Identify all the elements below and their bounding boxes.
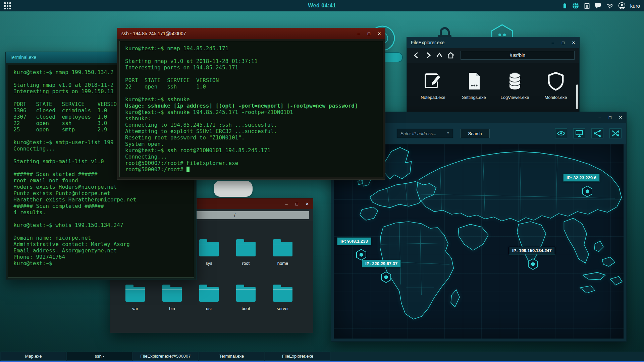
folder-icon: [199, 242, 219, 256]
battery-icon[interactable]: [562, 2, 567, 9]
taskbar-item[interactable]: Map.exe: [1, 352, 66, 361]
ssh-terminal-output[interactable]: kuro@test:~$ nmap 194.85.245.171Starting…: [119, 41, 383, 177]
taskbar-item-label: ssh -: [95, 354, 104, 359]
folder-item[interactable]: home: [264, 239, 301, 266]
taskbar-item-label: Map.exe: [25, 354, 42, 359]
terminal-line: Hoders exists Hoders@nicorpe.net: [13, 184, 189, 190]
map-marker[interactable]: IP: 199.150.134.247: [509, 247, 555, 254]
file-item-settings[interactable]: Settings.exe: [455, 71, 493, 100]
node-hexagon-icon[interactable]: [356, 249, 367, 260]
terminal-line: kuro@test:~$ ssh root@Z1ON0101 194.85.24…: [125, 147, 377, 154]
taskbar-item-label: FileExplorer.exe: [282, 354, 313, 359]
clipboard-icon[interactable]: [584, 2, 590, 9]
taskbar-item-label: Terminal.exe: [219, 354, 244, 359]
terminal-line: [125, 52, 377, 58]
map-marker[interactable]: IP: 9.48.1.233: [337, 237, 371, 245]
file-item-notepad[interactable]: Notepad.exe: [414, 71, 452, 100]
node-hexagon-icon[interactable]: [380, 272, 392, 283]
folder-item[interactable]: var: [117, 285, 154, 311]
shuffle-icon[interactable]: [609, 128, 622, 138]
desktop-white-widget: [214, 181, 253, 197]
folder-icon: [273, 287, 292, 302]
taskbar-item[interactable]: FileExplorer.exe@500007: [133, 352, 198, 361]
file-label: Settings.exe: [462, 95, 486, 100]
eye-icon[interactable]: [555, 128, 567, 138]
ssh-window: ssh - 194.85.245.171@500007 – □ ✕ kuro@t…: [117, 28, 385, 180]
terminal-line: sshnuke:: [125, 115, 377, 122]
close-button[interactable]: ✕: [571, 40, 576, 45]
terminal-line: 22 open ssh 1.0: [125, 83, 377, 90]
back-icon[interactable]: [412, 50, 422, 60]
terminal-line: kuro@test:~$ sshnuke: [125, 96, 377, 103]
folder-label: root: [227, 261, 264, 266]
close-button[interactable]: ✕: [377, 31, 382, 36]
minimize-button[interactable]: –: [356, 31, 361, 36]
folder-label: usr: [191, 306, 227, 311]
maximize-button[interactable]: □: [294, 201, 299, 206]
minimize-button[interactable]: –: [597, 115, 602, 120]
folder-icon: [162, 287, 182, 302]
terminal-line: Usage: sshnuke [ip address] [(opt) -port…: [125, 103, 377, 109]
maximize-button[interactable]: □: [367, 31, 371, 36]
close-button[interactable]: ✕: [618, 115, 623, 120]
scrollbar-thumb[interactable]: [576, 84, 578, 109]
topbar: Wed 04:41 ku: [0, 0, 644, 11]
forward-icon[interactable]: [423, 50, 433, 60]
ip-label: IP: 9.48.1.233: [337, 237, 371, 245]
folder-label: boot: [227, 306, 264, 311]
globe-icon[interactable]: [572, 2, 579, 9]
apps-grid-icon[interactable]: [4, 2, 11, 9]
map-marker[interactable]: IP: 32.23.229.6: [563, 174, 600, 182]
folder-item[interactable]: server: [264, 285, 301, 311]
file-item-monitor[interactable]: Monitor.exe: [537, 71, 575, 100]
folder-item[interactable]: boot: [227, 285, 264, 311]
address-bar[interactable]: /usr/bin: [461, 51, 575, 60]
text-cursor: [186, 167, 190, 172]
terminal-line: Connecting...: [125, 154, 377, 160]
share-icon[interactable]: [591, 128, 603, 138]
maximize-button[interactable]: □: [608, 115, 612, 120]
home-icon[interactable]: [446, 50, 456, 60]
terminal-line: Interesting ports on 194.85.245.171: [125, 64, 377, 71]
terminal-line: root@500007:/root# FileExplorer.exe: [125, 160, 377, 166]
node-hexagon-icon[interactable]: [527, 258, 539, 270]
chat-icon[interactable]: [595, 2, 601, 9]
up-icon[interactable]: [434, 50, 444, 60]
terminal-line: Administrative contact: Marley Asorg: [13, 241, 189, 247]
minimize-button[interactable]: –: [550, 40, 555, 45]
ssh-titlebar[interactable]: ssh - 194.85.245.171@500007 – □ ✕: [117, 28, 385, 39]
display-icon[interactable]: [573, 128, 585, 138]
terminal-line: kuro@test:~$ whois 199.150.134.247: [13, 222, 189, 228]
window-title: FileExplorer.exe: [411, 40, 444, 45]
user-avatar-icon[interactable]: [618, 2, 626, 9]
file-item-logviewer[interactable]: LogViewer.exe: [496, 71, 534, 100]
close-button[interactable]: ✕: [305, 201, 310, 206]
folder-item[interactable]: usr: [191, 285, 227, 311]
taskbar-item[interactable]: ssh -: [67, 352, 132, 361]
clock: Wed 04:41: [0, 3, 644, 9]
ip-address-input[interactable]: [397, 129, 453, 138]
terminal-line: Reseting root password to "Z1ON0101".: [125, 134, 377, 141]
prompt-line: root@500007:/root#: [125, 166, 377, 173]
folder-icon: [273, 242, 292, 256]
terminal-line: Attempting to exploit SSHv1 CRC32 ...suc…: [125, 128, 377, 134]
folder-label: bin: [154, 306, 191, 311]
search-button[interactable]: Search: [460, 129, 490, 138]
folder-item[interactable]: bin: [154, 285, 191, 311]
folder-item[interactable]: root: [227, 239, 264, 266]
terminal-line: 4 results.: [13, 209, 189, 216]
node-hexagon-icon[interactable]: [582, 186, 593, 197]
taskbar-item[interactable]: Terminal.exe: [199, 352, 264, 361]
taskbar-item[interactable]: FileExplorer.exe: [265, 352, 330, 361]
minimize-button[interactable]: –: [284, 201, 289, 206]
terminal-line: ###### Scan completed ######: [13, 203, 189, 209]
terminal-line: Starting nmap v1.0 at 2018-11-28 01:37:1…: [125, 58, 377, 64]
terminal-line: Email address: Asorg@genzyme.net: [13, 247, 189, 254]
wifi-icon[interactable]: [606, 3, 613, 9]
fileexplorer-bin-titlebar[interactable]: FileExplorer.exe – □ ✕: [407, 37, 579, 48]
ip-label: IP: 32.23.229.6: [563, 174, 600, 182]
terminal-line: [125, 71, 377, 77]
map-marker[interactable]: IP: 220.29.67.37: [362, 260, 401, 267]
terminal-line: [125, 90, 377, 96]
maximize-button[interactable]: □: [561, 40, 566, 45]
